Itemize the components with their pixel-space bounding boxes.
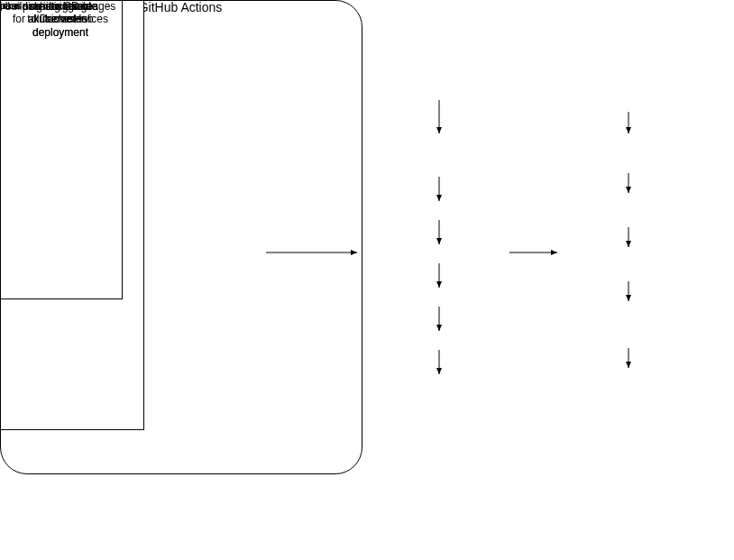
cd-jobs-box: [0, 0, 123, 299]
cd-footer: CD: [0, 0, 142, 13]
